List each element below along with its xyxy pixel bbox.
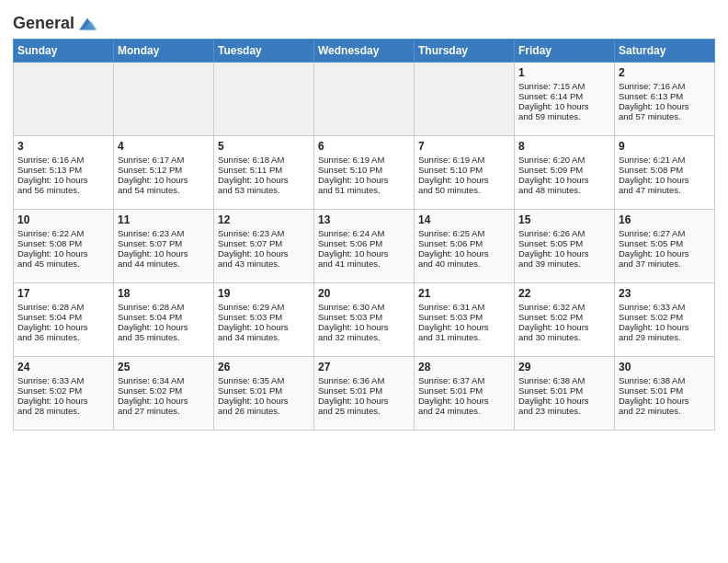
weekday-header-monday: Monday — [114, 40, 214, 63]
day-info-line: and 26 minutes. — [218, 406, 310, 416]
day-info-line: Daylight: 10 hours — [17, 248, 109, 259]
day-info-line: Sunrise: 6:37 AM — [418, 375, 510, 385]
day-info-line: and 30 minutes. — [518, 332, 610, 342]
day-info-line: Sunset: 5:09 PM — [518, 165, 610, 175]
day-number: 25 — [118, 361, 210, 373]
calendar-cell: 3Sunrise: 6:16 AMSunset: 5:13 PMDaylight… — [14, 136, 114, 210]
weekday-header-row: SundayMondayTuesdayWednesdayThursdayFrid… — [14, 40, 715, 63]
calendar-cell — [415, 63, 515, 136]
day-info-line: Daylight: 10 hours — [619, 175, 711, 185]
day-info-line: Sunset: 5:08 PM — [619, 165, 711, 175]
day-info-line: Sunrise: 6:23 AM — [218, 228, 310, 238]
calendar-cell: 1Sunrise: 7:15 AMSunset: 6:14 PMDaylight… — [515, 63, 615, 136]
day-info-line: Sunrise: 6:28 AM — [118, 302, 210, 312]
week-row-2: 3Sunrise: 6:16 AMSunset: 5:13 PMDaylight… — [14, 136, 715, 210]
day-info-line: and 31 minutes. — [418, 332, 510, 342]
day-number: 17 — [17, 287, 109, 300]
day-info-line: Sunset: 5:03 PM — [218, 312, 310, 322]
day-info-line: Sunrise: 6:22 AM — [17, 228, 109, 238]
day-info-line: Daylight: 10 hours — [518, 101, 610, 111]
day-info-line: Sunrise: 6:27 AM — [619, 228, 711, 238]
day-info-line: Sunrise: 6:28 AM — [17, 302, 109, 312]
day-info-line: and 35 minutes. — [118, 332, 210, 342]
day-info-line: Sunset: 5:02 PM — [518, 312, 610, 322]
day-info-line: Sunset: 5:02 PM — [118, 385, 210, 396]
day-info-line: Daylight: 10 hours — [118, 175, 210, 185]
day-number: 22 — [518, 287, 610, 300]
day-info-line: Sunrise: 6:17 AM — [118, 155, 210, 165]
day-info-line: Sunrise: 6:25 AM — [418, 228, 510, 238]
day-info-line: and 34 minutes. — [218, 332, 310, 342]
day-info-line: Daylight: 10 hours — [17, 396, 109, 406]
calendar-cell: 10Sunrise: 6:22 AMSunset: 5:08 PMDayligh… — [14, 210, 114, 283]
day-info-line: Daylight: 10 hours — [118, 396, 210, 406]
weekday-header-saturday: Saturday — [615, 40, 715, 63]
calendar-cell: 16Sunrise: 6:27 AMSunset: 5:05 PMDayligh… — [615, 210, 715, 283]
day-info-line: Daylight: 10 hours — [518, 396, 610, 406]
calendar-cell: 20Sunrise: 6:30 AMSunset: 5:03 PMDayligh… — [314, 283, 415, 357]
day-info-line: Sunrise: 6:36 AM — [318, 375, 410, 385]
day-info-line: and 51 minutes. — [318, 185, 410, 195]
day-info-line: Sunset: 5:10 PM — [418, 165, 510, 175]
day-info-line: Daylight: 10 hours — [619, 248, 711, 259]
calendar-cell: 28Sunrise: 6:37 AMSunset: 5:01 PMDayligh… — [415, 357, 515, 431]
day-number: 28 — [418, 361, 510, 373]
day-info-line: Daylight: 10 hours — [17, 175, 109, 185]
day-info-line: Sunrise: 6:18 AM — [218, 155, 310, 165]
calendar-cell: 11Sunrise: 6:23 AMSunset: 5:07 PMDayligh… — [114, 210, 214, 283]
weekday-header-thursday: Thursday — [415, 40, 515, 63]
calendar-cell: 9Sunrise: 6:21 AMSunset: 5:08 PMDaylight… — [615, 136, 715, 210]
day-info-line: Daylight: 10 hours — [118, 248, 210, 259]
day-info-line: and 45 minutes. — [17, 259, 109, 269]
day-number: 7 — [418, 140, 510, 153]
day-info-line: Sunrise: 6:24 AM — [318, 228, 410, 238]
day-info-line: Sunset: 5:01 PM — [318, 385, 410, 396]
day-info-line: Daylight: 10 hours — [619, 396, 711, 406]
day-info-line: Sunset: 5:04 PM — [17, 312, 109, 322]
day-info-line: and 23 minutes. — [518, 406, 610, 416]
day-info-line: and 59 minutes. — [518, 111, 610, 121]
calendar-cell: 17Sunrise: 6:28 AMSunset: 5:04 PMDayligh… — [14, 283, 114, 357]
day-info-line: Sunset: 5:01 PM — [619, 385, 711, 396]
day-info-line: Daylight: 10 hours — [318, 175, 410, 185]
day-info-line: Daylight: 10 hours — [418, 396, 510, 406]
day-info-line: Daylight: 10 hours — [17, 322, 109, 332]
day-info-line: Sunset: 5:01 PM — [518, 385, 610, 396]
day-info-line: and 54 minutes. — [118, 185, 210, 195]
week-row-4: 17Sunrise: 6:28 AMSunset: 5:04 PMDayligh… — [14, 283, 715, 357]
calendar-cell: 15Sunrise: 6:26 AMSunset: 5:05 PMDayligh… — [515, 210, 615, 283]
day-number: 13 — [318, 213, 410, 226]
day-info-line: Sunset: 5:01 PM — [418, 385, 510, 396]
calendar-table: SundayMondayTuesdayWednesdayThursdayFrid… — [13, 39, 715, 431]
day-info-line: Daylight: 10 hours — [418, 322, 510, 332]
day-info-line: Sunset: 5:03 PM — [418, 312, 510, 322]
calendar-cell: 26Sunrise: 6:35 AMSunset: 5:01 PMDayligh… — [214, 357, 314, 431]
day-info-line: Sunrise: 6:31 AM — [418, 302, 510, 312]
day-info-line: Sunrise: 6:20 AM — [518, 155, 610, 165]
calendar-cell — [314, 63, 415, 136]
day-info-line: Sunset: 5:11 PM — [218, 165, 310, 175]
day-info-line: and 39 minutes. — [518, 259, 610, 269]
day-info-line: Daylight: 10 hours — [218, 175, 310, 185]
day-info-line: Daylight: 10 hours — [619, 322, 711, 332]
day-number: 8 — [518, 140, 610, 153]
day-info-line: and 37 minutes. — [619, 259, 711, 269]
day-info-line: Sunrise: 6:16 AM — [17, 155, 109, 165]
day-info-line: Sunrise: 6:19 AM — [318, 155, 410, 165]
day-number: 15 — [518, 213, 610, 226]
day-number: 10 — [17, 213, 109, 226]
day-info-line: and 56 minutes. — [17, 185, 109, 195]
weekday-header-wednesday: Wednesday — [314, 40, 415, 63]
day-info-line: Daylight: 10 hours — [218, 396, 310, 406]
day-info-line: Sunset: 5:05 PM — [619, 238, 711, 248]
day-info-line: Sunset: 5:07 PM — [118, 238, 210, 248]
day-number: 20 — [318, 287, 410, 300]
calendar-cell: 30Sunrise: 6:38 AMSunset: 5:01 PMDayligh… — [615, 357, 715, 431]
day-info-line: and 28 minutes. — [17, 406, 109, 416]
day-info-line: Sunrise: 6:35 AM — [218, 375, 310, 385]
day-info-line: Sunset: 6:13 PM — [619, 91, 711, 101]
calendar-cell: 19Sunrise: 6:29 AMSunset: 5:03 PMDayligh… — [214, 283, 314, 357]
day-info-line: and 43 minutes. — [218, 259, 310, 269]
day-number: 30 — [619, 361, 711, 373]
day-info-line: and 22 minutes. — [619, 406, 711, 416]
